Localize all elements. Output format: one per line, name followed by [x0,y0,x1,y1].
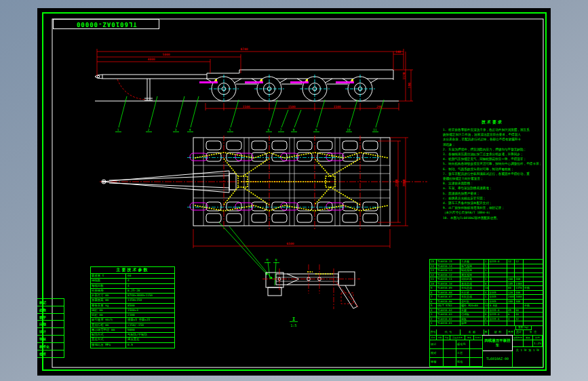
bom-total-weight: 12 [515,260,524,264]
bom-material: Q345 [489,291,507,295]
bom-unit-weight: 12 [507,260,515,264]
bom-part-name: 电气系统 [460,264,484,268]
title-block-right: 阶段标记 重量 比例 1:25 共 1 张 第 1 张 [513,336,543,367]
notes-line: c. 标牌及反光标志安装牢固； [443,196,542,201]
scale-value: 1:25 [533,340,543,346]
parameter-value: 重载≤5 空载≤15 [126,318,174,322]
bom-code: TL6010.13 [437,268,460,273]
parameter-value: 4 [126,279,174,283]
change-count-label: 处数 [437,336,444,340]
bom-material: Q345 [489,300,507,304]
bom-part-name: 液压系统 [460,273,484,277]
change-record-row: 标记 处数 分区 更改文件号 签名 年月日 [430,336,482,340]
parameter-value: 液压悬挂 [126,338,174,342]
bom-total-weight [515,304,524,308]
parameter-value: 1150±150 [126,298,174,302]
left-margin-row: 日期 [37,321,64,328]
bom-remark [524,321,543,325]
callout-11: 11 [373,128,377,132]
bom-part-name: 制动系统 [460,268,484,273]
bom-total-weight [515,268,524,273]
parameter-row: 悬挂方式 液压悬挂 [91,338,174,342]
left-margin-row: 标记 [37,299,64,306]
left-margin-row: 处数 [37,306,64,314]
callout-1: 1 [117,128,119,132]
staff-role-a: 设计 [430,340,444,348]
detail-label: I [292,317,295,322]
bom-material [489,282,507,286]
parameter-row: 最小转弯半径 mm 9000 [91,328,174,333]
staff-sign-a [444,340,456,348]
change-doc-label: 更改文件号 [450,336,465,340]
callout-3: 3 [175,128,177,132]
dim-label-frame: 6500 [287,242,294,245]
callout-7: 7 [280,128,282,132]
bom-unit-weight: 185 [507,282,515,286]
notes-line: 3. 各轴线液压悬挂油缸按三点支承分组连通，升降同步； [443,152,542,157]
left-margin-row: 设计 [37,328,64,336]
bom-material: Q235-A [489,317,507,321]
detail-view-label: I 1:5 [290,317,298,327]
stage-label: 阶段标记 [513,336,524,340]
parameter-name: 每线轮数 [91,284,126,288]
bom-unit-weight [507,304,515,308]
bom-code: TL6010.06 [437,300,460,304]
bom-header-material: 材 料 [489,329,507,335]
bom-qty: 16 [484,286,489,290]
parameter-table: 主要技术参数 载重量 t 60 轴线数 4 每线轮数 4 轮胎规格 8.25-2… [90,266,175,348]
drawing-no-cell: TL6010AZ-00 [483,350,512,367]
staff-row: 校对 工艺 [430,349,482,358]
bom-qty: 8 [484,313,489,317]
bom-total-weight: 1376 [515,286,524,290]
sheet-count: 共 1 张 第 1 张 [513,347,543,367]
parameter-row: 外形尺寸 mm 8740×3000×1150 [91,294,174,298]
bom-part-name: 支腿 [460,308,484,313]
bom-remark: 外购 [524,304,543,308]
bom-remark [524,313,543,317]
dim-axle-4: 290 [376,105,382,108]
parameter-row: 轮胎规格 8.25-20 [91,289,174,294]
bom-header: 重量(kg) 序号 代 号 名 称 数 材 料 单件 总计 备 注 [429,325,543,335]
left-margin-row: 标准化 [37,343,64,350]
bom-no: 15 [430,260,437,264]
parameter-name: 承载面高 mm [91,298,126,302]
drawing-number-stamp: TL6010AZ-00000 [53,19,159,29]
bom-material [489,277,507,281]
left-margin-row: 签字 [37,314,64,321]
bom-code: GB/T 5782 [437,304,460,308]
bom-qty: 32 [484,304,489,308]
notes-line: 滞现象； [443,142,542,147]
dim-axle-3: 1500 [334,105,341,108]
drawing-canvas[interactable]: 8740 5000 4000 140 1130 590 1500 1500 15… [37,8,551,376]
bom-material [489,264,507,268]
dim-label-wheel: 590 [408,83,411,88]
notes-line: b. 面漆颜色按用户要求； [443,191,542,196]
parameter-value: 60 [126,274,174,278]
notes-title: 技术要求 [443,119,542,125]
callout-2: 2 [148,128,150,132]
callout-4: 4 [189,128,191,132]
bom-no: 9 [430,286,437,290]
bom-remark [524,277,543,281]
staff-row: 设计 标准化 [430,340,482,349]
bom-material [489,321,507,325]
bom-total-weight: 32 [515,317,524,321]
parameter-row: 整备质量 kg 8500 [91,304,174,308]
parameter-row: 悬挂行程 mm +150/-150 [91,323,174,328]
parameter-value: 1500×3 [126,308,174,313]
bom-qty: 8 [484,282,489,286]
parameter-value: +150/-150 [126,323,174,327]
bom-code: TL6010.12 [437,273,460,277]
bom-unit-weight [507,268,515,273]
technical-notes: 技术要求 1. 组装前各零部件应清洗干净，各运动件加注润滑脂，液压系 统按规定加… [443,119,542,220]
callout-9: 9 [315,128,317,132]
bom-part-name: 走行梁 [460,291,484,295]
notes-line: 6. 制动、气路系统接头密封可靠，制动灵敏有效； [443,167,542,172]
bom-qty: 1 [484,277,489,281]
dim-axle-1: 1500 [243,105,250,108]
parameter-name: 轴距 mm [91,308,126,313]
parameter-row: 轴线数 4 [91,279,174,283]
bom-remark [524,273,543,277]
title-block-middle: 四线液压平板挂车 TL6010AZ-00 [483,336,513,367]
bom-material [489,286,507,290]
